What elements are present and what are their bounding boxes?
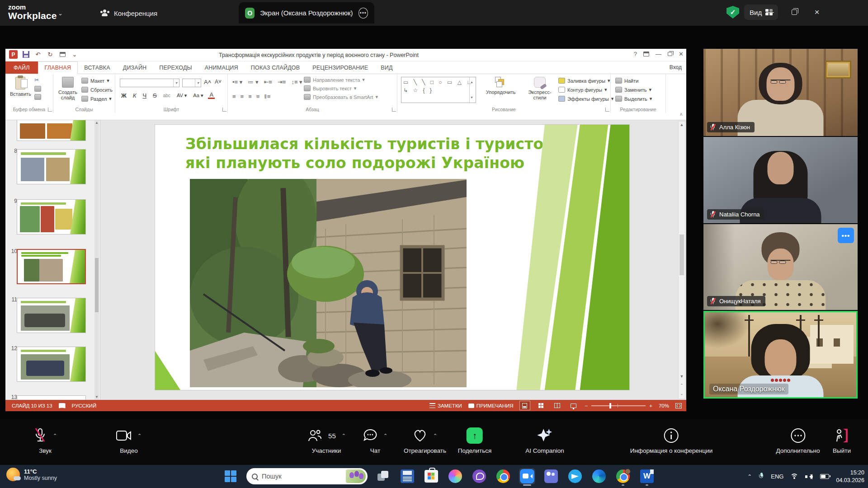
- paste-button[interactable]: Вставить: [10, 77, 31, 97]
- grow-font-button[interactable]: A˄: [204, 79, 211, 85]
- video-options-chevron[interactable]: ⌃: [137, 433, 142, 439]
- slideshow-view-button[interactable]: [569, 401, 579, 410]
- tab-options-icon[interactable]: •••: [359, 8, 368, 19]
- fit-slide-button[interactable]: [675, 403, 682, 408]
- slide-canvas[interactable]: Збільшилася кількість туристів і туристо…: [155, 125, 629, 390]
- bold-button[interactable]: Ж: [120, 92, 128, 99]
- tab-file[interactable]: ФАЙЛ: [5, 61, 38, 74]
- participant-tile-3[interactable]: ••• ОнищукНаталя: [703, 224, 858, 310]
- viber-button[interactable]: [471, 468, 487, 484]
- slide-thumbnail-13[interactable]: [17, 395, 86, 400]
- scroll-down-icon[interactable]: ▼: [679, 374, 685, 379]
- shape-outline-button[interactable]: Контур фигуры ▾: [558, 87, 613, 93]
- slide-thumbnail-partial[interactable]: [17, 120, 86, 141]
- select-button[interactable]: Выделить ▾: [615, 96, 652, 102]
- shadow-button[interactable]: abc: [162, 93, 172, 98]
- participant-tile-2[interactable]: Nataliia Chorna: [703, 137, 858, 223]
- align-left-button[interactable]: ≡: [232, 93, 236, 100]
- copy-button[interactable]: [34, 86, 41, 92]
- slide-thumbnail-9[interactable]: [17, 199, 86, 235]
- word-button[interactable]: W: [639, 468, 655, 484]
- language-indicator[interactable]: ENG: [771, 473, 783, 480]
- chrome-button[interactable]: [495, 468, 511, 484]
- scrollbar-thumb[interactable]: [95, 258, 99, 312]
- line-spacing-button[interactable]: ↕≡ ▾: [291, 79, 302, 85]
- text-direction-button[interactable]: Направление текста ▾: [304, 77, 378, 83]
- participant-tile-1[interactable]: Алла Кізюн: [703, 49, 858, 136]
- cut-button[interactable]: ✂: [34, 78, 41, 84]
- tab-slideshow[interactable]: ПОКАЗ СЛАЙДОВ: [245, 61, 306, 74]
- scrollbar-thumb[interactable]: [679, 235, 684, 275]
- tab-animations[interactable]: АНИМАЦИЯ: [198, 61, 245, 74]
- slide-thumbnail-10-selected[interactable]: [17, 249, 86, 284]
- ribbon-display-button[interactable]: [643, 52, 649, 56]
- bullets-button[interactable]: •≡ ▾: [232, 79, 242, 85]
- comments-button[interactable]: ПРИМЕЧАНИЯ: [468, 403, 514, 408]
- layout-button[interactable]: Макет ▾: [81, 78, 113, 84]
- next-slide-button[interactable]: ⌄: [679, 391, 685, 396]
- font-size-combo[interactable]: ▾: [182, 79, 201, 87]
- font-name-combo[interactable]: ▾: [120, 79, 179, 87]
- spellcheck-icon[interactable]: [59, 403, 66, 408]
- slide-thumbnail-12[interactable]: [17, 347, 86, 382]
- security-shield-icon[interactable]: ✓: [726, 6, 739, 19]
- reset-button[interactable]: Сбросить: [81, 87, 113, 93]
- clock[interactable]: 15:20 04.03.2026: [836, 469, 864, 484]
- participant-more-button[interactable]: •••: [838, 228, 854, 243]
- restore-button[interactable]: [788, 6, 801, 18]
- sign-in-link[interactable]: Вход: [670, 64, 682, 70]
- tab-transitions[interactable]: ПЕРЕХОДЫ: [153, 61, 198, 74]
- ppt-restore-button[interactable]: [668, 52, 672, 56]
- audio-options-chevron[interactable]: ⌃: [53, 433, 57, 439]
- slide-thumbnail-11[interactable]: [17, 298, 86, 333]
- zoom-app-button[interactable]: [519, 468, 535, 484]
- shape-fill-button[interactable]: Заливка фигуры ▾: [558, 78, 613, 84]
- zoom-slider-thumb[interactable]: [609, 403, 611, 408]
- zoom-percent[interactable]: 70%: [659, 403, 669, 408]
- participants-options-chevron[interactable]: ⌃: [342, 433, 346, 439]
- wifi-icon[interactable]: [790, 474, 798, 480]
- search-box[interactable]: Пошук: [246, 468, 368, 484]
- audio-button[interactable]: ⌃ Звук: [33, 427, 57, 454]
- more-button[interactable]: Дополнительно: [776, 427, 820, 454]
- volume-icon[interactable]: [805, 474, 813, 480]
- slide-sorter-button[interactable]: [536, 401, 546, 410]
- store-button[interactable]: [423, 468, 439, 484]
- shrink-font-button[interactable]: A˅: [215, 79, 222, 85]
- chevron-down-icon[interactable]: ⌄: [58, 10, 63, 17]
- italic-button[interactable]: К: [132, 92, 138, 99]
- strikethrough-button[interactable]: S: [151, 92, 158, 99]
- arrange-button[interactable]: Упорядочить: [486, 77, 515, 95]
- decrease-indent-button[interactable]: ⇤≡: [264, 79, 272, 85]
- minimize-button[interactable]: —: [763, 6, 777, 18]
- paragraph-dialog-launcher[interactable]: [392, 108, 396, 112]
- battery-icon[interactable]: [820, 474, 829, 479]
- ppt-minimize-button[interactable]: —: [656, 51, 661, 57]
- telegram-button[interactable]: [567, 468, 583, 484]
- shape-effects-button[interactable]: Эффекты фигуры ▾: [558, 96, 613, 102]
- previous-slide-button[interactable]: ⌃: [679, 383, 685, 388]
- thumbnail-scrollbar[interactable]: ▲ ▼: [94, 120, 99, 400]
- participant-tile-4-active-speaker[interactable]: Оксана Роздорожнюк: [703, 311, 858, 399]
- react-button[interactable]: ⌃ Отреагировать: [404, 427, 446, 454]
- underline-button[interactable]: Ч: [141, 92, 148, 99]
- tray-expand-chevron[interactable]: ⌃: [747, 474, 752, 480]
- zoom-in-icon[interactable]: +: [649, 403, 652, 408]
- find-button[interactable]: Найти: [615, 78, 652, 84]
- format-painter-button[interactable]: [34, 94, 41, 100]
- shapes-gallery-scroll[interactable]: ▲▼: [469, 77, 476, 103]
- notes-button[interactable]: ЗАМЕТКИ: [429, 403, 462, 408]
- tab-design[interactable]: ДИЗАЙН: [117, 61, 153, 74]
- meeting-info-button[interactable]: Информация о конференции: [630, 427, 713, 454]
- tab-insert[interactable]: ВСТАВКА: [78, 61, 116, 74]
- tab-shared-screen[interactable]: O Экран (Оксана Роздорожнюк) •••: [239, 2, 374, 23]
- video-button[interactable]: ⌃ Видео: [116, 427, 142, 454]
- slide-thumbnail-8[interactable]: [17, 149, 86, 184]
- language-status[interactable]: РУССКИЙ: [72, 403, 97, 408]
- ai-companion-button[interactable]: AI Companion: [525, 427, 564, 454]
- tab-home[interactable]: ГЛАВНАЯ: [38, 61, 78, 74]
- new-slide-button[interactable]: Создать слайд: [56, 77, 80, 100]
- leave-button[interactable]: Выйти: [833, 427, 851, 454]
- align-center-button[interactable]: ≡: [241, 93, 244, 100]
- teams-button[interactable]: [543, 468, 559, 484]
